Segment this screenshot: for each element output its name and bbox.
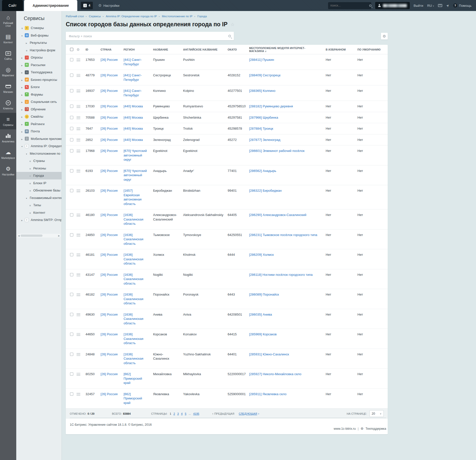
column-header-9[interactable]: ПО УМОЛЧАНИЮ [357, 48, 388, 51]
rail-item-клиенты[interactable]: 24Клиенты [0, 96, 16, 113]
cell-country-link[interactable]: [26] Россия [101, 188, 124, 193]
row-menu-icon[interactable] [77, 127, 80, 131]
row-checkbox[interactable] [70, 189, 73, 192]
search-icon[interactable] [228, 35, 231, 37]
cell-region-link[interactable]: [440] Москва [124, 126, 153, 131]
expand-arrow-icon[interactable] [21, 115, 23, 118]
rail-item-аналитика[interactable]: Аналитика [0, 129, 16, 146]
collapse-arrow-icon[interactable] [21, 34, 23, 37]
sidebar-item-рассылки[interactable]: ✉Рассылки [16, 61, 62, 69]
collapse-arrow-icon[interactable] [25, 152, 28, 155]
expand-arrow-icon[interactable] [21, 63, 23, 67]
rail-item-сайты[interactable]: 24Сайты [0, 47, 16, 63]
row-menu-icon[interactable] [77, 393, 80, 396]
row-menu-icon[interactable] [77, 274, 80, 277]
page-link[interactable]: 4195 [193, 412, 199, 415]
cell-location-link[interactable]: [285969] Корсаков [249, 332, 326, 337]
sidebar-item-результаты[interactable]: Результаты [16, 39, 62, 47]
sidebar-item-обучение[interactable]: ❐Обучение [16, 106, 62, 113]
row-checkbox[interactable] [70, 353, 73, 356]
sidebar-item-веб-формы[interactable]: ▤Веб-формы [16, 32, 62, 39]
filter-search-input[interactable] [69, 34, 228, 38]
favorite-star-icon[interactable]: ☆ [231, 22, 235, 27]
cell-location-link[interactable]: [286089] Поронайск [249, 292, 326, 297]
sidebar-item-стикеры[interactable]: ≡Стикеры [16, 24, 62, 32]
sidebar-item-геозависимый-контент[interactable]: Геозависимый контент [16, 194, 62, 202]
column-header-1[interactable]: ID [86, 48, 101, 51]
row-menu-icon[interactable] [77, 116, 80, 120]
page-link[interactable]: 4 [181, 412, 183, 415]
cell-location-link[interactable]: [286209] Холмск [249, 253, 326, 257]
row-checkbox[interactable] [70, 372, 73, 376]
expand-arrow-icon[interactable] [21, 107, 23, 111]
sidebar-item-регионы[interactable]: Регионы [16, 165, 62, 172]
cell-location-link[interactable]: [288365] Колпино [249, 89, 326, 93]
cell-location-link[interactable]: [287877] Зеленоград [249, 138, 326, 142]
row-checkbox[interactable] [70, 392, 73, 396]
sidebar-item-блоги[interactable]: ✎Блоги [16, 83, 62, 91]
cell-location-link[interactable]: [286601] Эгвекинот рабочий посёлок [249, 149, 326, 153]
sidebar-item-контент[interactable]: Контент [16, 209, 62, 216]
cell-country-link[interactable]: [26] Россия [101, 89, 124, 93]
cell-country-link[interactable]: [26] Россия [101, 392, 124, 396]
row-checkbox[interactable] [70, 138, 73, 141]
row-checkbox[interactable] [70, 333, 73, 336]
sidebar-item-обновление-базы[interactable]: Обновление базы [16, 187, 62, 194]
sidebar-item-смайлы[interactable]: ☺Смайлы [16, 113, 62, 120]
row-menu-icon[interactable] [77, 373, 80, 376]
cell-region-link[interactable]: [1636] Сахалинская область [124, 253, 153, 266]
sidebar-item-страны[interactable]: Страны [16, 157, 62, 165]
expand-arrow-icon[interactable] [21, 93, 23, 96]
row-checkbox[interactable] [70, 105, 73, 108]
row-menu-icon[interactable] [77, 353, 80, 357]
cell-country-link[interactable]: [26] Россия [101, 352, 124, 357]
row-checkbox[interactable] [70, 74, 73, 77]
rail-item-настройки[interactable]: ⚙Настройки [0, 162, 16, 179]
per-page-select[interactable]: 20 ∨ [369, 410, 384, 417]
cell-location-link[interactable]: [286231] Тымовское посёлок городского ти… [249, 233, 326, 237]
rail-item-рабочий-стол[interactable]: ⌂Рабочий стол [0, 11, 16, 30]
logout-button[interactable]: Выйти [414, 4, 423, 8]
column-header-2[interactable]: СТРАНА [101, 48, 124, 51]
cell-region-link[interactable]: [1636] Сахалинская область [124, 332, 153, 345]
row-menu-icon[interactable] [77, 234, 80, 237]
cell-location-link[interactable]: [288411] Пушкин [249, 58, 326, 62]
help-button[interactable]: ? Помощь [453, 4, 471, 8]
cell-region-link[interactable]: [440] Москва [124, 138, 153, 142]
cell-location-link[interactable]: [286118] Ноглики посёлок городского типа [249, 273, 326, 277]
sidebar-item-техподдержка[interactable]: ∩Техподдержка [16, 69, 62, 76]
row-menu-icon[interactable] [77, 150, 80, 153]
topbar-settings-button[interactable]: ⚙ Настройки [98, 3, 119, 8]
breadcrumb-link[interactable]: Местоположение по IP [162, 15, 192, 18]
cell-region-link[interactable]: [662] Приморский край [124, 372, 153, 385]
expand-arrow-icon[interactable] [25, 41, 28, 45]
cell-location-link[interactable]: [286322] Биробиджан [249, 188, 326, 193]
rail-item-сервисы[interactable]: ≡Сервисы [0, 113, 16, 129]
cell-region-link[interactable]: [670] Чукотский автономный округ [124, 149, 153, 162]
expand-arrow-icon[interactable] [21, 100, 23, 104]
cell-country-link[interactable]: [26] Россия [101, 273, 124, 277]
row-checkbox[interactable] [70, 273, 73, 276]
row-checkbox[interactable] [70, 169, 73, 172]
expand-arrow-icon[interactable] [21, 129, 23, 133]
cell-location-link[interactable]: [285927] Николо-Михайловка село [249, 372, 326, 376]
cell-country-link[interactable]: [26] Россия [101, 169, 124, 173]
row-checkbox[interactable] [70, 127, 73, 130]
collapse-arrow-icon[interactable] [25, 196, 28, 200]
rail-item-магазин[interactable]: Магазин [0, 80, 16, 96]
support-link[interactable]: Техподдержка [365, 427, 386, 430]
cell-region-link[interactable]: [1636] Сахалинская область [124, 312, 153, 326]
expand-arrow-icon[interactable] [21, 70, 23, 74]
cell-region-link[interactable]: [441] Санкт-Петербург [124, 58, 153, 66]
row-menu-icon[interactable] [77, 189, 80, 193]
cell-region-link[interactable]: [670] Чукотский автономный округ [124, 169, 153, 182]
cell-location-link[interactable]: [286562] Анадырь [249, 169, 326, 173]
column-header-7[interactable]: МЕСТОПОЛОЖЕНИЕ МОДУЛЯ ИНТЕРНЕТ-МАГАЗИНА∨ [249, 47, 326, 53]
search-icon[interactable] [369, 5, 371, 7]
cell-country-link[interactable]: [26] Россия [101, 292, 124, 297]
topbar-search-input[interactable] [330, 4, 369, 7]
expand-arrow-icon[interactable] [21, 78, 23, 82]
rail-item-marketplace[interactable]: ☁Marketplace [0, 146, 16, 162]
cell-country-link[interactable]: [26] Россия [101, 58, 124, 62]
breadcrumb-link[interactable]: Города [197, 15, 207, 18]
